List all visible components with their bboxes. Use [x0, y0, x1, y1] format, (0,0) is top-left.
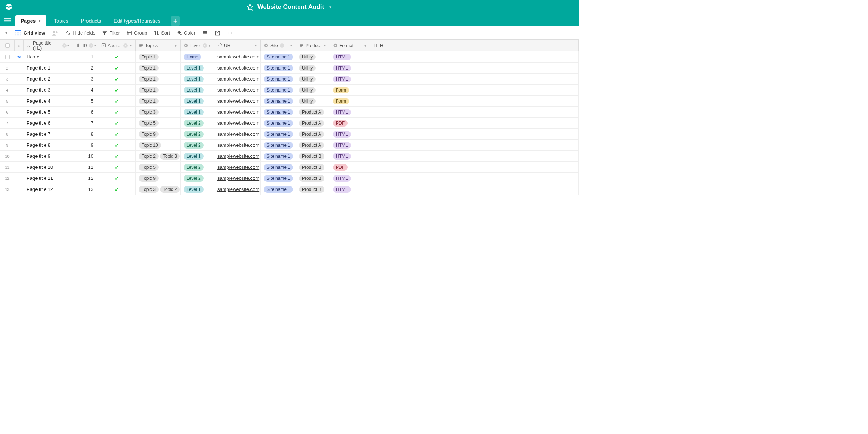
row-number[interactable]: 2: [0, 63, 15, 73]
cell-topics[interactable]: Topic 5: [136, 118, 181, 128]
cell-url[interactable]: samplewebsite.com: [214, 74, 261, 84]
row-number[interactable]: 13: [0, 184, 15, 195]
expand-record-icon[interactable]: [15, 184, 24, 195]
column-header-id[interactable]: IDi▼: [73, 40, 98, 51]
row-number[interactable]: 9: [0, 140, 15, 150]
hide-fields-button[interactable]: Hide fields: [65, 30, 95, 36]
column-header-topics[interactable]: Topics▼: [136, 40, 181, 51]
cell-topics[interactable]: Topic 1: [136, 63, 181, 73]
expand-record-icon[interactable]: [15, 118, 24, 128]
cell-title[interactable]: Page title 3: [24, 85, 73, 95]
expand-record-icon[interactable]: [15, 85, 24, 95]
cell-product[interactable]: Product B: [296, 162, 330, 172]
cell-audit[interactable]: ✓: [98, 173, 136, 184]
cell-extra[interactable]: [370, 173, 579, 184]
cell-format[interactable]: HTML: [330, 140, 370, 150]
cell-level[interactable]: Level 2: [181, 118, 214, 128]
cell-product[interactable]: Product A: [296, 107, 330, 117]
cell-id[interactable]: 2: [73, 63, 98, 73]
collaborators-icon[interactable]: [51, 29, 59, 37]
cell-url[interactable]: samplewebsite.com: [214, 129, 261, 139]
cell-level[interactable]: Level 2: [181, 129, 214, 139]
cell-product[interactable]: Utility: [296, 74, 330, 84]
row-number[interactable]: 7: [0, 118, 15, 128]
cell-extra[interactable]: [370, 74, 579, 84]
cell-title[interactable]: Page title 4: [24, 96, 73, 106]
expand-record-icon[interactable]: [15, 140, 24, 150]
row-number[interactable]: 4: [0, 85, 15, 95]
star-icon[interactable]: [246, 3, 254, 11]
cell-format[interactable]: Form: [330, 96, 370, 106]
cell-site[interactable]: Site name 1: [261, 140, 296, 150]
title-dropdown-icon[interactable]: ▼: [328, 5, 332, 9]
cell-audit[interactable]: ✓: [98, 51, 136, 62]
cell-format[interactable]: HTML: [330, 74, 370, 84]
views-dropdown-icon[interactable]: ▼: [4, 31, 8, 35]
row-number[interactable]: [0, 51, 15, 62]
cell-url[interactable]: samplewebsite.com: [214, 51, 261, 62]
cell-id[interactable]: 7: [73, 118, 98, 128]
cell-site[interactable]: Site name 1: [261, 129, 296, 139]
cell-level[interactable]: Level 2: [181, 140, 214, 150]
cell-url[interactable]: samplewebsite.com: [214, 151, 261, 161]
cell-product[interactable]: Product B: [296, 173, 330, 184]
airtable-logo-icon[interactable]: [4, 3, 13, 11]
table-row[interactable]: 5Page title 45✓Topic 1Level 1samplewebsi…: [0, 96, 579, 107]
cell-audit[interactable]: ✓: [98, 140, 136, 150]
table-row[interactable]: 9Page title 89✓Topic 10Level 2samplewebs…: [0, 140, 579, 151]
cell-topics[interactable]: Topic 1: [136, 51, 181, 62]
row-height-button[interactable]: [202, 30, 208, 36]
cell-site[interactable]: Site name 1: [261, 51, 296, 62]
table-row[interactable]: 6Page title 56✓Topic 3Level 1samplewebsi…: [0, 107, 579, 118]
cell-title[interactable]: Page title 1: [24, 63, 73, 73]
cell-level[interactable]: Level 1: [181, 63, 214, 73]
cell-level[interactable]: Level 2: [181, 162, 214, 172]
table-row[interactable]: 3Page title 23✓Topic 1Level 1samplewebsi…: [0, 74, 579, 85]
cell-extra[interactable]: [370, 118, 579, 128]
cell-product[interactable]: Utility: [296, 85, 330, 95]
column-header-level[interactable]: Leveli▼: [181, 40, 214, 51]
cell-id[interactable]: 9: [73, 140, 98, 150]
cell-audit[interactable]: ✓: [98, 129, 136, 139]
column-header-extra[interactable]: H: [370, 40, 579, 51]
cell-format[interactable]: HTML: [330, 129, 370, 139]
cell-topics[interactable]: Topic 3: [136, 107, 181, 117]
cell-url[interactable]: samplewebsite.com: [214, 107, 261, 117]
add-table-button[interactable]: [171, 16, 180, 26]
sort-button[interactable]: Sort: [154, 30, 170, 36]
cell-id[interactable]: 1: [73, 51, 98, 62]
cell-title[interactable]: Page title 2: [24, 74, 73, 84]
cell-topics[interactable]: Topic 1: [136, 96, 181, 106]
cell-product[interactable]: Product A: [296, 118, 330, 128]
table-row[interactable]: Home1✓Topic 1Homesamplewebsite.comSite n…: [0, 51, 579, 63]
cell-title[interactable]: Page title 6: [24, 118, 73, 128]
cell-audit[interactable]: ✓: [98, 74, 136, 84]
cell-id[interactable]: 6: [73, 107, 98, 117]
expand-record-icon[interactable]: [15, 151, 24, 161]
cell-format[interactable]: HTML: [330, 173, 370, 184]
menu-button[interactable]: [3, 16, 12, 25]
cell-topics[interactable]: Topic 10: [136, 140, 181, 150]
cell-url[interactable]: samplewebsite.com: [214, 184, 261, 195]
cell-site[interactable]: Site name 1: [261, 162, 296, 172]
cell-product[interactable]: Product B: [296, 184, 330, 195]
group-button[interactable]: Group: [127, 30, 147, 36]
cell-format[interactable]: HTML: [330, 151, 370, 161]
cell-topics[interactable]: Topic 5: [136, 162, 181, 172]
cell-product[interactable]: Utility: [296, 63, 330, 73]
cell-topics[interactable]: Topic 9: [136, 129, 181, 139]
share-view-button[interactable]: [214, 30, 220, 36]
expand-record-icon[interactable]: [15, 74, 24, 84]
cell-id[interactable]: 12: [73, 173, 98, 184]
row-number[interactable]: 12: [0, 173, 15, 184]
column-header-site[interactable]: Sitei▼: [261, 40, 296, 51]
cell-audit[interactable]: ✓: [98, 96, 136, 106]
table-row[interactable]: 11Page title 1011✓Topic 5Level 2samplewe…: [0, 162, 579, 173]
expand-record-icon[interactable]: [15, 129, 24, 139]
cell-site[interactable]: Site name 1: [261, 151, 296, 161]
cell-format[interactable]: PDF: [330, 162, 370, 172]
expand-record-icon[interactable]: [15, 63, 24, 73]
expand-record-icon[interactable]: [15, 51, 24, 62]
cell-topics[interactable]: Topic 1: [136, 85, 181, 95]
base-title[interactable]: Website Content Audit: [257, 3, 324, 11]
